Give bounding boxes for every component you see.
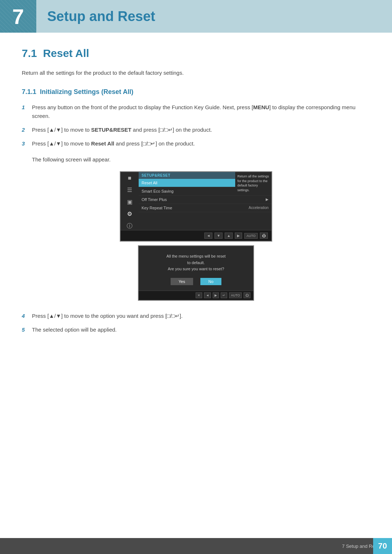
step-5-text: The selected option will be applied. (32, 325, 117, 334)
footer-page-number: 70 (373, 538, 392, 554)
chapter-number-block: 7 (0, 0, 36, 33)
dialog-bottom-btn-left: ◄ (204, 292, 211, 298)
dialog-screenshot: All the menu settings will be reset to d… (138, 245, 254, 301)
step-3-number: 3 (22, 139, 32, 148)
steps-list-2: 4 Press [▲/▼] to move to the option you … (22, 312, 370, 334)
step-5-number: 5 (22, 325, 32, 334)
dialog-message-line3: Are you sure you want to reset? (168, 267, 224, 271)
dialog-no-button[interactable]: No (200, 278, 221, 285)
page-footer: 7 Setup and Reset 70 (0, 538, 392, 554)
chapter-title: Setup and Reset (47, 9, 155, 24)
section-number: 7.1 (22, 47, 37, 59)
section-title: Reset All (43, 47, 89, 59)
menu-item-off-timer-value: ▶ (266, 197, 269, 202)
step-2-text: Press [▲/▼] to move to SETUP&RESET and p… (32, 126, 212, 134)
sidebar-icon-menu: ☰ (127, 186, 132, 193)
main-content: 7.1 Reset All Return all the settings fo… (0, 47, 392, 334)
chapter-title-block: Setup and Reset (36, 0, 392, 33)
monitor-tooltip: Return all the settings for the product … (235, 172, 271, 194)
step-4-number: 4 (22, 312, 32, 320)
subsection-heading: 7.1.1 Initializing Settings (Reset All) (22, 88, 370, 96)
dialog-bottom-btn-x: ✕ (196, 292, 202, 298)
chapter-header: 7 Setup and Reset (0, 0, 392, 33)
bottom-btn-power: ⏻ (260, 233, 268, 239)
step-1-number: 1 (22, 103, 32, 120)
chapter-number: 7 (12, 4, 24, 29)
section-heading: 7.1 Reset All (22, 47, 370, 59)
step-3-note: The following screen will appear. (32, 155, 370, 164)
subsection-title: Initializing Settings (Reset All) (40, 88, 133, 95)
menu-item-off-timer-label: Off Timer Plus (142, 197, 167, 202)
bottom-btn-up: ▲ (225, 233, 233, 239)
step-5: 5 The selected option will be applied. (22, 325, 370, 334)
bottom-btn-down: ▼ (215, 233, 222, 239)
monitor-menu-screenshot: ■ ☰ ▣ ⚙ ⓘ SETUP&RESET Reset All Smart Ec… (120, 171, 272, 242)
step-1: 1 Press any button on the front of the p… (22, 103, 370, 120)
dialog-bottom-btn-power: ⏻ (244, 292, 250, 298)
dialog-bottom-btn-auto: AUTO (229, 292, 242, 298)
bottom-btn-right: ▶ (235, 233, 242, 239)
dialog-content: All the menu settings will be reset to d… (139, 246, 253, 278)
section-description: Return all the settings for the product … (22, 69, 370, 77)
steps-list: 1 Press any button on the front of the p… (22, 103, 370, 148)
step-1-text: Press any button on the front of the pro… (32, 103, 370, 120)
step-4-text: Press [▲/▼] to move to the option you wa… (32, 312, 183, 320)
sidebar-icon-settings: ⚙ (127, 210, 132, 217)
menu-item-key-repeat-label: Key Repeat Time (142, 206, 172, 210)
step-3: 3 Press [▲/▼] to move to Reset All and p… (22, 139, 370, 148)
dialog-bottom-bar: ✕ ◄ ▶ ↵ AUTO ⏻ (139, 291, 253, 300)
sidebar-icon-picture: ▣ (127, 198, 132, 205)
dialog-message-line1: All the menu settings will be reset (166, 254, 225, 258)
dialog-buttons: Yes No (139, 278, 253, 291)
sidebar-icon-info: ⓘ (127, 222, 132, 230)
screenshots-container: ■ ☰ ▣ ⚙ ⓘ SETUP&RESET Reset All Smart Ec… (22, 171, 370, 301)
step-4: 4 Press [▲/▼] to move to the option you … (22, 312, 370, 320)
menu-item-smart-eco-label: Smart Eco Saving (142, 189, 173, 193)
menu-item-off-timer: Off Timer Plus ▶ (139, 196, 271, 204)
monitor-bottom-bar: ◄ ▼ ▲ ▶ AUTO ⏻ (121, 230, 271, 241)
dialog-bottom-btn-enter: ↵ (221, 292, 227, 298)
subsection-number: 7.1.1 (22, 88, 36, 95)
menu-item-key-repeat-value: Acceleration (249, 206, 269, 210)
step-2-number: 2 (22, 126, 32, 134)
dialog-bottom-btn-right: ▶ (213, 292, 219, 298)
step-2: 2 Press [▲/▼] to move to SETUP&RESET and… (22, 126, 370, 134)
menu-item-reset-all-label: Reset All (142, 181, 157, 185)
sidebar-icon-display: ■ (128, 175, 131, 181)
monitor-sidebar: ■ ☰ ▣ ⚙ ⓘ (121, 172, 139, 230)
step-3-text: Press [▲/▼] to move to Reset All and pre… (32, 139, 195, 148)
menu-item-key-repeat: Key Repeat Time Acceleration (139, 204, 271, 212)
dialog-message-line2: to default. (187, 260, 205, 265)
bottom-btn-auto: AUTO (244, 233, 258, 239)
bottom-btn-left: ◄ (204, 233, 212, 239)
dialog-yes-button[interactable]: Yes (171, 278, 193, 285)
